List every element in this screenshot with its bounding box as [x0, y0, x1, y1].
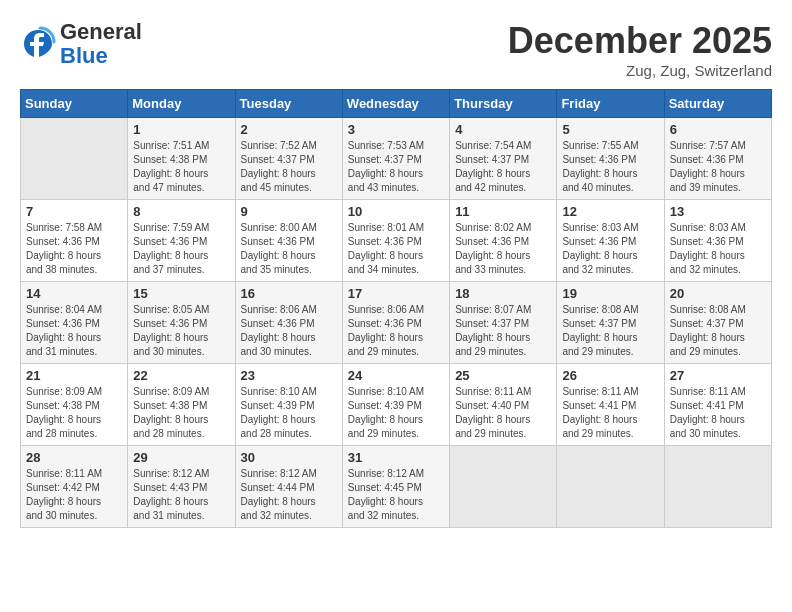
day-cell: 8Sunrise: 7:59 AM Sunset: 4:36 PM Daylig…: [128, 200, 235, 282]
header-wednesday: Wednesday: [342, 90, 449, 118]
day-info: Sunrise: 8:03 AM Sunset: 4:36 PM Dayligh…: [562, 221, 658, 277]
day-info: Sunrise: 7:54 AM Sunset: 4:37 PM Dayligh…: [455, 139, 551, 195]
day-cell: 10Sunrise: 8:01 AM Sunset: 4:36 PM Dayli…: [342, 200, 449, 282]
day-info: Sunrise: 8:09 AM Sunset: 4:38 PM Dayligh…: [133, 385, 229, 441]
logo-general: General: [60, 19, 142, 44]
day-cell: 4Sunrise: 7:54 AM Sunset: 4:37 PM Daylig…: [450, 118, 557, 200]
day-cell: 2Sunrise: 7:52 AM Sunset: 4:37 PM Daylig…: [235, 118, 342, 200]
day-cell: 7Sunrise: 7:58 AM Sunset: 4:36 PM Daylig…: [21, 200, 128, 282]
day-info: Sunrise: 8:11 AM Sunset: 4:41 PM Dayligh…: [562, 385, 658, 441]
location-subtitle: Zug, Zug, Switzerland: [508, 62, 772, 79]
week-row-5: 28Sunrise: 8:11 AM Sunset: 4:42 PM Dayli…: [21, 446, 772, 528]
day-number: 18: [455, 286, 551, 301]
day-number: 10: [348, 204, 444, 219]
day-info: Sunrise: 7:58 AM Sunset: 4:36 PM Dayligh…: [26, 221, 122, 277]
day-number: 23: [241, 368, 337, 383]
day-info: Sunrise: 8:11 AM Sunset: 4:40 PM Dayligh…: [455, 385, 551, 441]
day-cell: 27Sunrise: 8:11 AM Sunset: 4:41 PM Dayli…: [664, 364, 771, 446]
day-number: 14: [26, 286, 122, 301]
day-info: Sunrise: 8:04 AM Sunset: 4:36 PM Dayligh…: [26, 303, 122, 359]
day-info: Sunrise: 8:08 AM Sunset: 4:37 PM Dayligh…: [562, 303, 658, 359]
page-header: General Blue December 2025 Zug, Zug, Swi…: [20, 20, 772, 79]
day-number: 25: [455, 368, 551, 383]
day-info: Sunrise: 8:05 AM Sunset: 4:36 PM Dayligh…: [133, 303, 229, 359]
day-info: Sunrise: 7:51 AM Sunset: 4:38 PM Dayligh…: [133, 139, 229, 195]
day-cell: 29Sunrise: 8:12 AM Sunset: 4:43 PM Dayli…: [128, 446, 235, 528]
day-info: Sunrise: 8:10 AM Sunset: 4:39 PM Dayligh…: [348, 385, 444, 441]
day-info: Sunrise: 8:03 AM Sunset: 4:36 PM Dayligh…: [670, 221, 766, 277]
day-number: 24: [348, 368, 444, 383]
day-number: 5: [562, 122, 658, 137]
day-info: Sunrise: 8:12 AM Sunset: 4:45 PM Dayligh…: [348, 467, 444, 523]
day-cell: 17Sunrise: 8:06 AM Sunset: 4:36 PM Dayli…: [342, 282, 449, 364]
day-cell: 5Sunrise: 7:55 AM Sunset: 4:36 PM Daylig…: [557, 118, 664, 200]
day-cell: 28Sunrise: 8:11 AM Sunset: 4:42 PM Dayli…: [21, 446, 128, 528]
day-info: Sunrise: 8:00 AM Sunset: 4:36 PM Dayligh…: [241, 221, 337, 277]
day-cell: 20Sunrise: 8:08 AM Sunset: 4:37 PM Dayli…: [664, 282, 771, 364]
logo-icon: [20, 26, 56, 62]
header-monday: Monday: [128, 90, 235, 118]
day-info: Sunrise: 7:52 AM Sunset: 4:37 PM Dayligh…: [241, 139, 337, 195]
day-info: Sunrise: 8:07 AM Sunset: 4:37 PM Dayligh…: [455, 303, 551, 359]
day-cell: 30Sunrise: 8:12 AM Sunset: 4:44 PM Dayli…: [235, 446, 342, 528]
day-cell: 23Sunrise: 8:10 AM Sunset: 4:39 PM Dayli…: [235, 364, 342, 446]
week-row-2: 7Sunrise: 7:58 AM Sunset: 4:36 PM Daylig…: [21, 200, 772, 282]
day-number: 21: [26, 368, 122, 383]
day-cell: 19Sunrise: 8:08 AM Sunset: 4:37 PM Dayli…: [557, 282, 664, 364]
day-info: Sunrise: 8:12 AM Sunset: 4:44 PM Dayligh…: [241, 467, 337, 523]
day-cell: [664, 446, 771, 528]
day-info: Sunrise: 8:09 AM Sunset: 4:38 PM Dayligh…: [26, 385, 122, 441]
header-sunday: Sunday: [21, 90, 128, 118]
day-number: 31: [348, 450, 444, 465]
day-info: Sunrise: 7:53 AM Sunset: 4:37 PM Dayligh…: [348, 139, 444, 195]
header-friday: Friday: [557, 90, 664, 118]
week-row-3: 14Sunrise: 8:04 AM Sunset: 4:36 PM Dayli…: [21, 282, 772, 364]
day-info: Sunrise: 8:08 AM Sunset: 4:37 PM Dayligh…: [670, 303, 766, 359]
day-cell: 9Sunrise: 8:00 AM Sunset: 4:36 PM Daylig…: [235, 200, 342, 282]
day-info: Sunrise: 8:11 AM Sunset: 4:41 PM Dayligh…: [670, 385, 766, 441]
day-number: 4: [455, 122, 551, 137]
day-number: 2: [241, 122, 337, 137]
day-number: 27: [670, 368, 766, 383]
day-cell: [450, 446, 557, 528]
day-info: Sunrise: 8:11 AM Sunset: 4:42 PM Dayligh…: [26, 467, 122, 523]
day-info: Sunrise: 7:55 AM Sunset: 4:36 PM Dayligh…: [562, 139, 658, 195]
day-number: 26: [562, 368, 658, 383]
day-number: 17: [348, 286, 444, 301]
header-thursday: Thursday: [450, 90, 557, 118]
week-row-1: 1Sunrise: 7:51 AM Sunset: 4:38 PM Daylig…: [21, 118, 772, 200]
day-cell: 31Sunrise: 8:12 AM Sunset: 4:45 PM Dayli…: [342, 446, 449, 528]
day-cell: [21, 118, 128, 200]
day-number: 11: [455, 204, 551, 219]
day-number: 15: [133, 286, 229, 301]
day-info: Sunrise: 8:06 AM Sunset: 4:36 PM Dayligh…: [348, 303, 444, 359]
day-cell: [557, 446, 664, 528]
title-block: December 2025 Zug, Zug, Switzerland: [508, 20, 772, 79]
calendar-table: SundayMondayTuesdayWednesdayThursdayFrid…: [20, 89, 772, 528]
day-info: Sunrise: 8:02 AM Sunset: 4:36 PM Dayligh…: [455, 221, 551, 277]
day-cell: 15Sunrise: 8:05 AM Sunset: 4:36 PM Dayli…: [128, 282, 235, 364]
month-title: December 2025: [508, 20, 772, 62]
day-number: 13: [670, 204, 766, 219]
day-number: 22: [133, 368, 229, 383]
day-number: 1: [133, 122, 229, 137]
day-number: 30: [241, 450, 337, 465]
header-tuesday: Tuesday: [235, 90, 342, 118]
day-cell: 22Sunrise: 8:09 AM Sunset: 4:38 PM Dayli…: [128, 364, 235, 446]
header-saturday: Saturday: [664, 90, 771, 118]
day-cell: 21Sunrise: 8:09 AM Sunset: 4:38 PM Dayli…: [21, 364, 128, 446]
day-number: 6: [670, 122, 766, 137]
day-number: 28: [26, 450, 122, 465]
day-info: Sunrise: 8:10 AM Sunset: 4:39 PM Dayligh…: [241, 385, 337, 441]
day-cell: 26Sunrise: 8:11 AM Sunset: 4:41 PM Dayli…: [557, 364, 664, 446]
day-info: Sunrise: 8:12 AM Sunset: 4:43 PM Dayligh…: [133, 467, 229, 523]
day-number: 3: [348, 122, 444, 137]
day-number: 20: [670, 286, 766, 301]
day-cell: 1Sunrise: 7:51 AM Sunset: 4:38 PM Daylig…: [128, 118, 235, 200]
logo-text: General Blue: [60, 20, 142, 68]
day-number: 8: [133, 204, 229, 219]
day-cell: 11Sunrise: 8:02 AM Sunset: 4:36 PM Dayli…: [450, 200, 557, 282]
day-info: Sunrise: 8:06 AM Sunset: 4:36 PM Dayligh…: [241, 303, 337, 359]
week-row-4: 21Sunrise: 8:09 AM Sunset: 4:38 PM Dayli…: [21, 364, 772, 446]
day-number: 19: [562, 286, 658, 301]
